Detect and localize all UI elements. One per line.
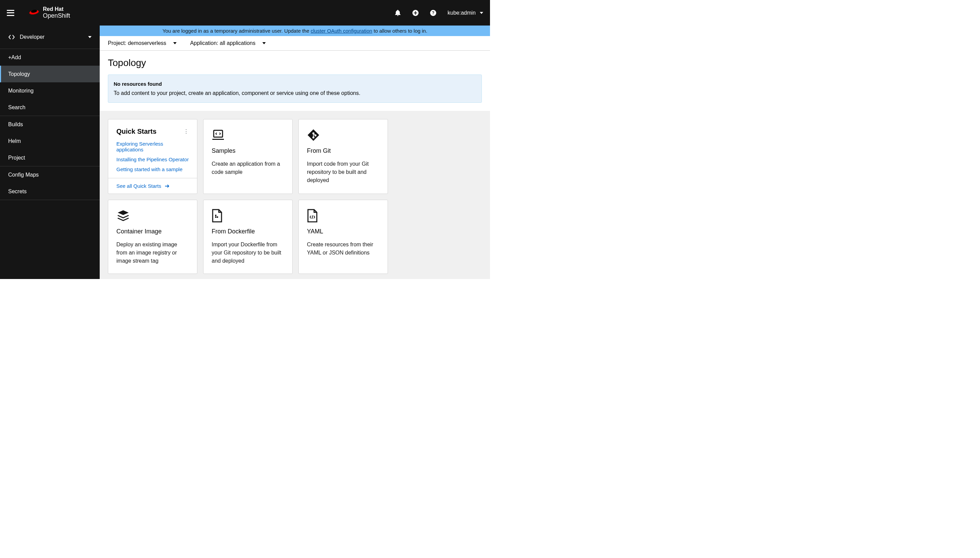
svg-text:?: ? — [432, 11, 435, 15]
qs-link[interactable]: Getting started with a sample — [117, 166, 189, 172]
bell-icon[interactable] — [394, 10, 401, 16]
card-title: From Git — [307, 147, 379, 154]
sidebar-item-configmaps[interactable]: Config Maps — [0, 166, 100, 183]
user-menu[interactable]: kube:admin — [448, 10, 483, 16]
sidebar: Developer +Add Topology Monitoring Searc… — [0, 26, 100, 279]
info-desc: To add content to your project, create a… — [114, 90, 476, 96]
sidebar-item-add[interactable]: +Add — [0, 49, 100, 66]
card-desc: Import code from your Git repository to … — [307, 160, 379, 184]
banner-link[interactable]: cluster OAuth configuration — [311, 28, 372, 34]
card-title: From Dockerfile — [212, 228, 284, 235]
card-from-git[interactable]: From Git Import code from your Git repos… — [299, 119, 388, 194]
sidebar-item-builds[interactable]: Builds — [0, 116, 100, 133]
card-yaml[interactable]: YAML Create resources from their YAML or… — [299, 200, 388, 274]
help-icon[interactable]: ? — [430, 10, 437, 16]
qs-link[interactable]: Exploring Serverless applications — [117, 141, 189, 153]
application-label: Application: all applications — [190, 40, 256, 46]
sidebar-item-helm[interactable]: Helm — [0, 133, 100, 149]
git-icon — [307, 129, 320, 141]
layers-icon — [117, 209, 130, 223]
laptop-code-icon — [212, 129, 225, 141]
card-section: Quick Starts ⋮ Exploring Serverless appl… — [100, 111, 490, 279]
sidebar-item-secrets[interactable]: Secrets — [0, 183, 100, 200]
logo[interactable]: Red Hat OpenShift — [28, 6, 70, 20]
project-label: Project: demoserverless — [108, 40, 166, 46]
see-all-quickstarts[interactable]: See all Quick Starts — [108, 178, 197, 194]
sidebar-item-project[interactable]: Project — [0, 149, 100, 166]
card-title: Samples — [212, 147, 284, 154]
plus-circle-icon[interactable] — [412, 10, 419, 16]
card-desc: Create an application from a code sample — [212, 160, 284, 176]
redhat-icon — [28, 8, 40, 18]
card-from-dockerfile[interactable]: From Dockerfile Import your Dockerfile f… — [203, 200, 293, 274]
page-title: Topology — [100, 51, 490, 74]
caret-down-icon — [173, 42, 177, 44]
caret-down-icon — [88, 36, 92, 38]
info-box: No resources found To add content to you… — [108, 74, 482, 103]
card-title: YAML — [307, 228, 379, 235]
yaml-file-icon — [307, 209, 318, 223]
top-bar: Red Hat OpenShift ? kube:admin — [0, 0, 490, 26]
dockerfile-icon — [212, 209, 223, 223]
kebab-icon[interactable]: ⋮ — [184, 128, 189, 135]
caret-down-icon — [263, 42, 266, 44]
hamburger-icon[interactable] — [7, 10, 14, 16]
banner-post: to allow others to log in. — [372, 28, 427, 34]
card-desc: Deploy an existing image from an image r… — [117, 241, 189, 265]
perspective-selector[interactable]: Developer — [0, 26, 100, 49]
card-title: Container Image — [117, 228, 189, 235]
svg-rect-5 — [214, 130, 223, 137]
sidebar-item-monitoring[interactable]: Monitoring — [0, 82, 100, 99]
card-desc: Import your Dockerfile from your Git rep… — [212, 241, 284, 265]
sidebar-item-search[interactable]: Search — [0, 99, 100, 116]
application-selector[interactable]: Application: all applications — [190, 40, 266, 46]
caret-down-icon — [480, 12, 483, 14]
qs-link[interactable]: Installing the Pipelines Operator — [117, 156, 189, 162]
quickstarts-card: Quick Starts ⋮ Exploring Serverless appl… — [108, 119, 197, 194]
code-icon — [8, 34, 15, 40]
project-selector[interactable]: Project: demoserverless — [108, 40, 177, 46]
see-all-label: See all Quick Starts — [117, 183, 161, 189]
card-samples[interactable]: Samples Create an application from a cod… — [203, 119, 293, 194]
quickstarts-title: Quick Starts — [117, 128, 156, 135]
project-bar: Project: demoserverless Application: all… — [100, 36, 490, 51]
logo-brand: Red Hat — [43, 6, 70, 12]
alert-banner: You are logged in as a temporary adminis… — [100, 26, 490, 36]
banner-pre: You are logged in as a temporary adminis… — [163, 28, 311, 34]
perspective-label: Developer — [20, 34, 44, 40]
card-container-image[interactable]: Container Image Deploy an existing image… — [108, 200, 197, 274]
info-title: No resources found — [114, 81, 476, 87]
sidebar-item-topology[interactable]: Topology — [0, 66, 100, 82]
logo-product: OpenShift — [43, 12, 70, 20]
user-name: kube:admin — [448, 10, 476, 16]
card-desc: Create resources from their YAML or JSON… — [307, 241, 379, 257]
arrow-right-icon — [165, 184, 169, 188]
